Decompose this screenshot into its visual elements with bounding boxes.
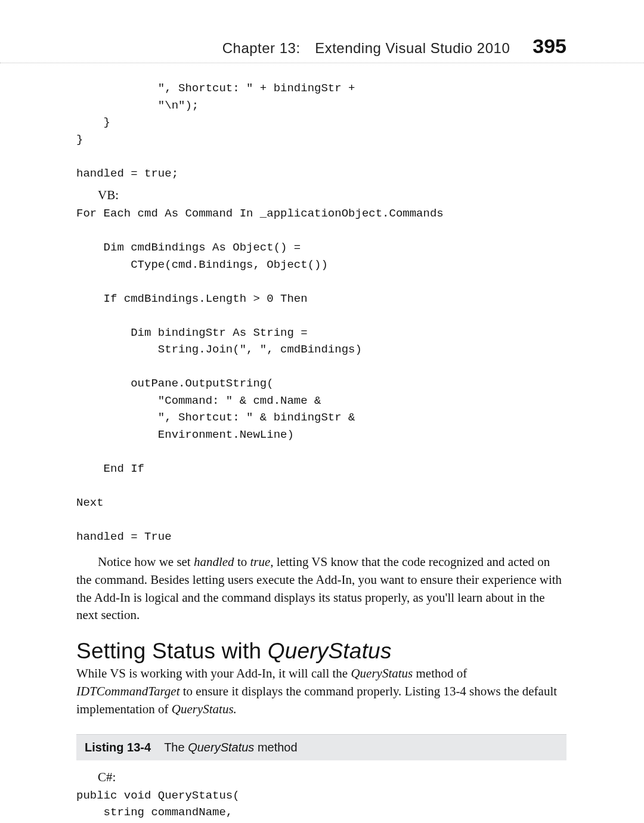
text-run: While VS is working with your Add-In, it… [76, 666, 351, 680]
code-csharp-tail: ", Shortcut: " + bindingStr + "\n"); } }… [76, 80, 566, 182]
italic-text: IDTCommandTarget [76, 684, 179, 698]
page-number: 395 [532, 35, 566, 58]
page-content: ", Shortcut: " + bindingStr + "\n"); } }… [0, 63, 644, 821]
listing-label-bar: Listing 13-4The QueryStatus method [76, 734, 566, 760]
listing-title-italic: QueryStatus [188, 741, 254, 754]
italic-text: QueryStatus. [172, 702, 237, 716]
body-paragraph-2: While VS is working with your Add-In, it… [76, 665, 566, 718]
italic-text: QueryStatus [351, 666, 413, 680]
page: Chapter 13: Extending Visual Studio 2010… [0, 0, 644, 823]
text-run: method of [413, 666, 467, 680]
italic-text: true, [250, 555, 273, 569]
code-vb: For Each cmd As Command In _applicationO… [76, 205, 566, 545]
code-csharp-2: public void QueryStatus( string commandN… [76, 787, 566, 821]
page-header: Chapter 13: Extending Visual Studio 2010… [0, 0, 644, 63]
language-label-csharp: C#: [98, 770, 566, 785]
section-heading: Setting Status with QueryStatus [76, 639, 566, 664]
text-run: to [234, 555, 250, 569]
listing-title-text: The [164, 741, 188, 754]
body-paragraph-1: Notice how we set handled to true, letti… [76, 553, 566, 624]
language-label-vb: VB: [98, 188, 566, 203]
text-run: Notice how we set [98, 555, 194, 569]
listing-title-text: method [254, 741, 297, 754]
listing-number: Listing 13-4 [85, 741, 151, 754]
chapter-title: Chapter 13: Extending Visual Studio 2010 [222, 40, 510, 57]
italic-text: handled [194, 555, 234, 569]
heading-italic: QueryStatus [268, 639, 392, 663]
heading-text: Setting Status with [76, 639, 268, 663]
